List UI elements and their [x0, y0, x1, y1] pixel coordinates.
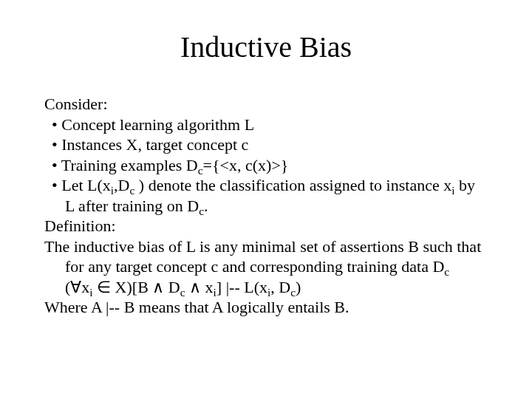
formula: (∀xi ∈ X)[B ∧ Dc ∧ xi] |-- L(xi, Dc)	[44, 277, 488, 298]
definition-body: The inductive bias of L is any minimal s…	[44, 236, 488, 277]
d1-pre: The inductive bias of L is any minimal s…	[44, 237, 481, 276]
slide-body: Consider: Concept learning algorithm L I…	[44, 94, 488, 318]
f-mid2: ∧ x	[185, 278, 214, 296]
b3-post: ={<x, c(x)>}	[203, 156, 289, 174]
b4-mid1: ,D	[114, 176, 129, 194]
bullet-3: Training examples Dc={<x, c(x)>}	[44, 155, 488, 176]
slide-title: Inductive Bias	[44, 30, 488, 64]
b3-pre: Training examples D	[61, 156, 198, 174]
where-line: Where A |-- B means that A logically ent…	[44, 297, 488, 318]
consider-label: Consider:	[44, 94, 488, 115]
f-pre: (∀x	[65, 278, 89, 296]
f-mid1: ∈ X)[B ∧ D	[93, 278, 180, 296]
bullet-2: Instances X, target concept c	[44, 134, 488, 155]
bullet-1: Concept learning algorithm L	[44, 115, 488, 135]
d1-sub: c	[444, 265, 449, 278]
b4-pre: Let L(x	[61, 176, 111, 194]
b4-mid2: ) denote the classification assigned to …	[134, 176, 451, 194]
f-end: )	[296, 278, 301, 296]
slide: Inductive Bias Consider: Concept learnin…	[0, 0, 532, 399]
b4-end: .	[204, 197, 208, 215]
f-mid4: , D	[270, 278, 290, 296]
bullet-4: Let L(xi,Dc ) denote the classification …	[44, 175, 488, 216]
definition-label: Definition:	[44, 216, 488, 236]
f-mid3: ] |-- L(x	[216, 278, 267, 296]
